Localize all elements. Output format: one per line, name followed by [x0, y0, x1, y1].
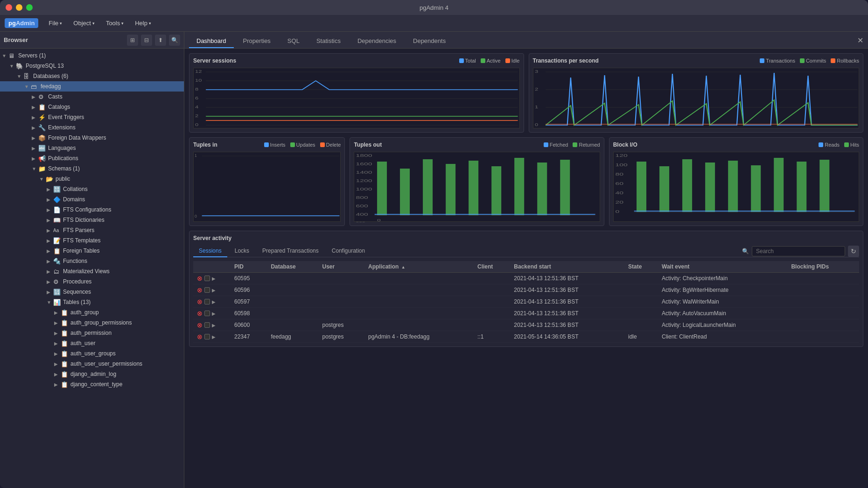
menu-tools[interactable]: Tools ▾ [101, 18, 128, 28]
row-checkbox[interactable] [204, 276, 210, 281]
sidebar-item-casts[interactable]: ▶ ⚙ Casts [0, 92, 184, 102]
databases-icon: 🗄 [23, 73, 32, 80]
refresh-button[interactable]: ↻ [848, 246, 859, 257]
col-application[interactable]: Application ▲ [364, 261, 474, 273]
expand-icon: ▶ [32, 125, 38, 130]
close-tab-btn[interactable]: ✕ [857, 35, 863, 44]
sidebar-item-feedagg[interactable]: ▼ 🗃 feedagg [0, 81, 184, 92]
svg-text:1: 1 [534, 105, 538, 109]
close-button[interactable] [6, 4, 12, 11]
sidebar-item-django-admin[interactable]: ▶ 📋 django_admin_log [0, 369, 184, 379]
col-state[interactable]: State [624, 261, 658, 273]
sidebar-item-publications[interactable]: ▶ 📢 Publications [0, 153, 184, 163]
sidebar-item-fts-parsers[interactable]: ▶ Aa FTS Parsers [0, 225, 184, 235]
cell-wait-event: Activity: CheckpointerMain [658, 273, 787, 284]
row-checkbox[interactable] [204, 322, 210, 328]
row-checkbox[interactable] [204, 287, 210, 293]
auth-user-groups-label: auth_user_groups [70, 350, 116, 357]
sidebar-item-sequences[interactable]: ▶ 🔢 Sequences [0, 287, 184, 297]
tab-sql[interactable]: SQL [280, 35, 307, 48]
sidebar-grid-btn[interactable]: ⊟ [141, 35, 152, 46]
row-checkbox[interactable] [204, 311, 210, 316]
sidebar-item-foreign-tables[interactable]: ▶ 📋 Foreign Tables [0, 246, 184, 256]
sidebar-upload-btn[interactable]: ⬆ [155, 35, 166, 46]
sidebar-item-auth-group[interactable]: ▶ 📋 auth_group [0, 307, 184, 318]
activity-search-input[interactable] [752, 246, 845, 256]
tab-dashboard[interactable]: Dashboard [189, 35, 234, 48]
expand-row-btn[interactable]: ▶ [212, 288, 216, 293]
sidebar-item-auth-permission[interactable]: ▶ 📋 auth_permission [0, 328, 184, 338]
activity-tab-prepared[interactable]: Prepared Transactions [257, 245, 324, 257]
table-row: ⊗ ▶ 60596 2021-04-13 12:51:36 BST Activi… [193, 284, 859, 296]
catalogs-icon: 📋 [38, 104, 47, 111]
languages-icon: 🔤 [38, 145, 47, 152]
activity-tab-sessions[interactable]: Sessions [193, 245, 227, 257]
sidebar-item-catalogs[interactable]: ▶ 📋 Catalogs [0, 102, 184, 112]
tab-properties[interactable]: Properties [236, 35, 278, 48]
sidebar-item-public[interactable]: ▼ 📂 public [0, 174, 184, 184]
row-checkbox[interactable] [204, 299, 210, 304]
sidebar-item-schemas[interactable]: ▼ 📁 Schemas (1) [0, 163, 184, 174]
expand-row-btn[interactable]: ▶ [212, 276, 216, 281]
fts-templates-label: FTS Templates [63, 237, 100, 244]
expand-row-btn[interactable]: ▶ [212, 311, 216, 316]
svg-rect-36 [400, 169, 410, 215]
tab-dependents[interactable]: Dependents [406, 35, 453, 48]
terminate-icon[interactable]: ⊗ [197, 275, 203, 282]
terminate-icon[interactable]: ⊗ [197, 286, 203, 294]
sidebar-view-btn[interactable]: ⊞ [127, 35, 138, 46]
expand-row-btn[interactable]: ▶ [212, 323, 216, 328]
sidebar-item-fts-conf[interactable]: ▶ 📄 FTS Configurations [0, 205, 184, 215]
terminate-icon[interactable]: ⊗ [197, 321, 203, 329]
sidebar-item-auth-user-permissions[interactable]: ▶ 📋 auth_user_user_permissions [0, 359, 184, 369]
sidebar-search-btn[interactable]: 🔍 [169, 35, 180, 46]
menu-help[interactable]: Help ▾ [130, 18, 156, 28]
terminate-icon[interactable]: ⊗ [197, 298, 203, 305]
sidebar-item-extensions[interactable]: ▶ 🔧 Extensions [0, 122, 184, 133]
svg-rect-39 [469, 161, 479, 215]
maximize-button[interactable] [26, 4, 33, 11]
row-checkbox[interactable] [204, 334, 210, 339]
col-pid[interactable]: PID [231, 261, 267, 273]
sidebar-item-collations[interactable]: ▶ 🔠 Collations [0, 184, 184, 194]
col-blocking-pids[interactable]: Blocking PIDs [787, 261, 859, 273]
tab-statistics[interactable]: Statistics [309, 35, 348, 48]
expand-row-btn[interactable]: ▶ [212, 334, 216, 339]
col-user[interactable]: User [319, 261, 364, 273]
sidebar-item-foreign-data[interactable]: ▶ 📦 Foreign Data Wrappers [0, 133, 184, 143]
terminate-icon[interactable]: ⊗ [197, 333, 203, 340]
auth-user-groups-icon: 📋 [61, 350, 69, 357]
sidebar-item-languages[interactable]: ▶ 🔤 Languages [0, 143, 184, 153]
sidebar-item-servers[interactable]: ▼ 🖥 Servers (1) [0, 50, 184, 61]
sidebar-item-auth-group-perm[interactable]: ▶ 📋 auth_group_permissions [0, 318, 184, 328]
minimize-button[interactable] [16, 4, 22, 11]
legend-inserts: Inserts [264, 142, 286, 148]
col-database[interactable]: Database [267, 261, 318, 273]
sidebar-item-auth-user-groups[interactable]: ▶ 📋 auth_user_groups [0, 348, 184, 359]
expand-row-btn[interactable]: ▶ [212, 299, 216, 304]
sidebar-item-functions[interactable]: ▶ 🔩 Functions [0, 256, 184, 266]
cell-wait-event: Activity: WalWriterMain [658, 296, 787, 308]
terminate-icon[interactable]: ⊗ [197, 310, 203, 317]
sidebar-item-procedures[interactable]: ▶ ⚙ Procedures [0, 276, 184, 287]
block-io-chart: 120 100 80 60 40 20 0 [613, 152, 859, 222]
col-wait-event[interactable]: Wait event [658, 261, 787, 273]
sidebar-item-domains[interactable]: ▶ 🔷 Domains [0, 194, 184, 205]
sidebar-item-django-content[interactable]: ▶ 📋 django_content_type [0, 379, 184, 389]
col-backend-start[interactable]: Backend start [510, 261, 624, 273]
sidebar-item-fts-templates[interactable]: ▶ 📝 FTS Templates [0, 235, 184, 246]
sidebar-item-mat-views[interactable]: ▶ 🗂 Materialized Views [0, 266, 184, 276]
menu-file[interactable]: File ▾ [44, 18, 67, 28]
sidebar-item-tables[interactable]: ▼ 📊 Tables (13) [0, 297, 184, 307]
expand-icon: ▼ [39, 177, 46, 182]
menu-object[interactable]: Object ▾ [69, 18, 99, 28]
tab-dependencies[interactable]: Dependencies [350, 35, 404, 48]
sidebar-item-postgresql[interactable]: ▼ 🐘 PostgreSQL 13 [0, 61, 184, 71]
col-client[interactable]: Client [474, 261, 510, 273]
sidebar-item-event-triggers[interactable]: ▶ ⚡ Event Triggers [0, 112, 184, 122]
activity-tab-config[interactable]: Configuration [326, 245, 371, 257]
sidebar-item-fts-dict[interactable]: ▶ 📖 FTS Dictionaries [0, 215, 184, 225]
sidebar-item-databases[interactable]: ▼ 🗄 Databases (6) [0, 71, 184, 81]
activity-tab-locks[interactable]: Locks [229, 245, 255, 257]
sidebar-item-auth-user[interactable]: ▶ 📋 auth_user [0, 338, 184, 348]
